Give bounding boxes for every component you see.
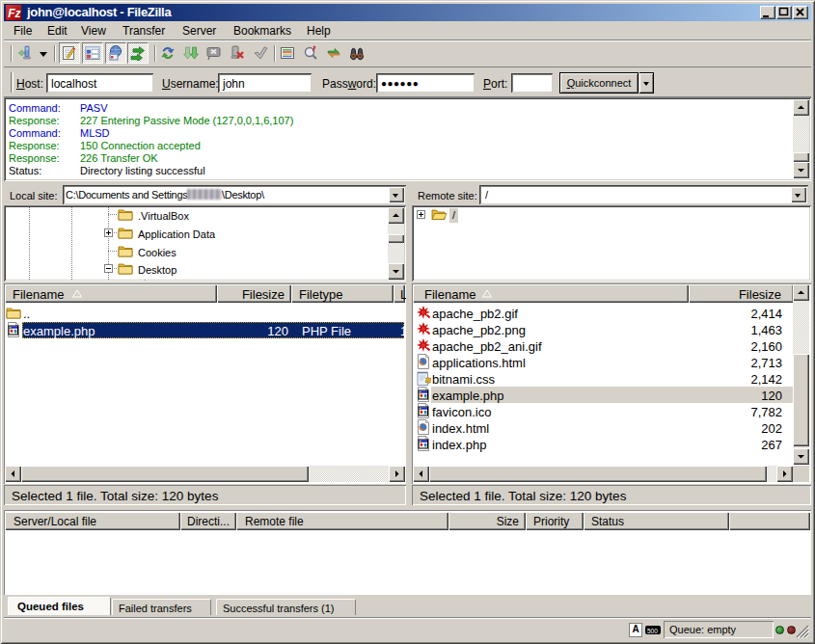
svg-text:Fz: Fz <box>8 7 20 20</box>
svg-text:500: 500 <box>647 628 658 634</box>
